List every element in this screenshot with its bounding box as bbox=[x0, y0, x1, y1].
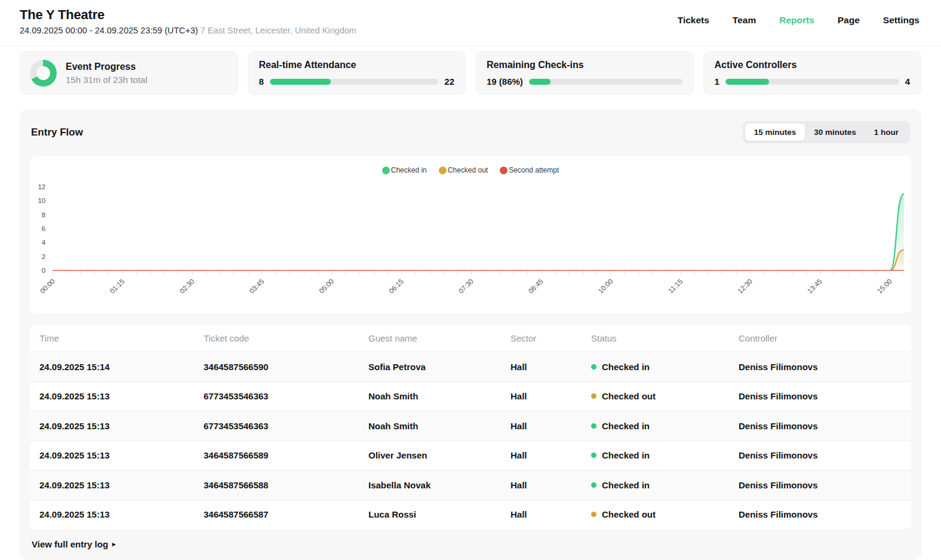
svg-text:06:15: 06:15 bbox=[388, 278, 405, 295]
cell-sector: Hall bbox=[511, 362, 591, 372]
svg-text:13:45: 13:45 bbox=[806, 278, 823, 295]
controllers-progress-bar bbox=[725, 79, 899, 85]
cell-ticket-code: 6773453546363 bbox=[204, 391, 368, 401]
entry-flow-panel: Entry Flow 15 minutes30 minutes1 hour Ch… bbox=[20, 110, 921, 559]
cell-status: Checked out bbox=[591, 391, 739, 401]
chevron-right-icon: ▸ bbox=[112, 540, 116, 548]
cell-sector: Hall bbox=[511, 421, 591, 431]
status-dot-icon bbox=[591, 364, 596, 370]
column-header-time: Time bbox=[39, 333, 204, 343]
page-title: The Y Theatre bbox=[20, 7, 356, 23]
controllers-current: 1 bbox=[715, 76, 719, 87]
interval-tab-group: 15 minutes30 minutes1 hour bbox=[743, 121, 910, 143]
cell-guest-name: Noah Smith bbox=[368, 421, 511, 431]
attendance-card: Real-time Attendance 8 22 bbox=[248, 51, 466, 95]
cell-ticket-code: 3464587566590 bbox=[204, 362, 368, 372]
status-dot-icon bbox=[591, 453, 596, 458]
cell-sector: Hall bbox=[511, 450, 591, 460]
table-row: 24.09.2025 15:13 3464587566589 Oliver Je… bbox=[30, 441, 911, 470]
cell-status: Checked in bbox=[591, 450, 739, 460]
table-row: 24.09.2025 15:13 3464587566587 Luca Ross… bbox=[30, 500, 911, 530]
cell-controller: Deniss Filimonovs bbox=[739, 362, 902, 372]
nav-item-team[interactable]: Team bbox=[733, 15, 756, 26]
table-body: 24.09.2025 15:14 3464587566590 Sofia Pet… bbox=[30, 352, 911, 529]
attendance-progress-bar bbox=[270, 79, 438, 85]
cell-status: Checked in bbox=[591, 480, 739, 490]
legend-dot-icon bbox=[500, 167, 508, 174]
table-row: 24.09.2025 15:13 3464587566588 Isabella … bbox=[30, 470, 911, 500]
event-date-range: 24.09.2025 00:00 - 24.09.2025 23:59 (UTC… bbox=[20, 26, 198, 35]
status-dot-icon bbox=[591, 393, 596, 399]
svg-text:11:15: 11:15 bbox=[667, 278, 684, 294]
column-header-controller: Controller bbox=[739, 333, 902, 343]
svg-text:08:45: 08:45 bbox=[527, 278, 545, 295]
table-row: 24.09.2025 15:14 3464587566590 Sofia Pet… bbox=[30, 352, 911, 381]
legend-item-checked-in[interactable]: Checked in bbox=[382, 166, 427, 174]
status-dot-icon bbox=[591, 482, 596, 488]
svg-text:10:00: 10:00 bbox=[597, 278, 614, 295]
status-dot-icon bbox=[591, 512, 596, 517]
attendance-max: 22 bbox=[444, 76, 454, 87]
remaining-checkins-title: Remaining Check-ins bbox=[487, 60, 682, 70]
cell-controller: Deniss Filimonovs bbox=[739, 391, 902, 401]
controllers-max: 4 bbox=[905, 76, 910, 87]
cell-guest-name: Sofia Petrova bbox=[368, 362, 511, 372]
column-header-guest-name: Guest name bbox=[368, 333, 511, 343]
main-nav: TicketsTeamReportsPageSettings bbox=[678, 15, 920, 26]
cell-sector: Hall bbox=[511, 509, 591, 519]
cell-controller: Deniss Filimonovs bbox=[739, 450, 902, 460]
nav-item-settings[interactable]: Settings bbox=[883, 15, 920, 26]
svg-text:12: 12 bbox=[38, 183, 45, 190]
cell-time: 24.09.2025 15:13 bbox=[39, 509, 204, 519]
active-controllers-title: Active Controllers bbox=[715, 60, 911, 70]
cell-time: 24.09.2025 15:13 bbox=[39, 391, 204, 401]
cell-ticket-code: 6773453546363 bbox=[204, 421, 368, 431]
entry-log-table: Time Ticket code Guest name Sector Statu… bbox=[30, 325, 911, 529]
svg-text:6: 6 bbox=[42, 225, 45, 232]
cell-guest-name: Isabella Novak bbox=[368, 480, 511, 490]
remaining-checkins-value: 19 (86%) bbox=[487, 76, 523, 87]
legend-dot-icon bbox=[382, 167, 390, 174]
event-progress-subtitle: 15h 31m of 23h total bbox=[66, 75, 147, 85]
chart-legend: Checked inChecked outSecond attempt bbox=[30, 164, 911, 176]
cell-time: 24.09.2025 15:13 bbox=[39, 421, 204, 431]
cell-guest-name: Oliver Jensen bbox=[368, 450, 511, 460]
nav-item-tickets[interactable]: Tickets bbox=[678, 15, 709, 26]
entry-flow-chart-container: Checked inChecked outSecond attempt 0246… bbox=[30, 156, 911, 313]
event-progress-title: Event Progress bbox=[66, 61, 147, 72]
entry-flow-title: Entry Flow bbox=[31, 127, 83, 139]
cell-time: 24.09.2025 15:13 bbox=[39, 450, 204, 460]
cell-time: 24.09.2025 15:13 bbox=[39, 480, 204, 490]
legend-item-second-attempt[interactable]: Second attempt bbox=[500, 166, 559, 174]
svg-text:15:00: 15:00 bbox=[876, 278, 893, 295]
remaining-checkins-card: Remaining Check-ins 19 (86%) bbox=[475, 51, 694, 95]
attendance-current: 8 bbox=[259, 76, 264, 87]
remaining-progress-bar bbox=[529, 79, 682, 85]
svg-text:0: 0 bbox=[42, 267, 45, 274]
cell-controller: Deniss Filimonovs bbox=[739, 509, 902, 519]
cell-guest-name: Luca Rossi bbox=[368, 509, 511, 519]
table-row: 24.09.2025 15:13 6773453546363 Noah Smit… bbox=[30, 381, 911, 411]
top-header: The Y Theatre 24.09.2025 00:00 - 24.09.2… bbox=[0, 0, 941, 45]
status-dot-icon bbox=[591, 423, 596, 429]
cell-controller: Deniss Filimonovs bbox=[739, 421, 902, 431]
view-full-entry-log-link[interactable]: View full entry log ▸ bbox=[32, 539, 911, 549]
legend-item-checked-out[interactable]: Checked out bbox=[439, 166, 488, 174]
svg-text:8: 8 bbox=[42, 211, 45, 219]
nav-item-page[interactable]: Page bbox=[838, 15, 860, 26]
tab-15-minutes[interactable]: 15 minutes bbox=[745, 124, 805, 141]
column-header-status: Status bbox=[591, 333, 739, 343]
tab-30-minutes[interactable]: 30 minutes bbox=[805, 124, 865, 141]
cell-controller: Deniss Filimonovs bbox=[739, 480, 902, 490]
nav-item-reports[interactable]: Reports bbox=[779, 15, 814, 26]
event-progress-donut-chart bbox=[30, 60, 57, 87]
cell-sector: Hall bbox=[511, 480, 591, 490]
tab-1-hour[interactable]: 1 hour bbox=[865, 124, 908, 141]
cell-ticket-code: 3464587566588 bbox=[204, 480, 368, 490]
event-progress-card: Event Progress 15h 31m of 23h total bbox=[20, 51, 238, 95]
table-header-row: Time Ticket code Guest name Sector Statu… bbox=[30, 325, 911, 352]
svg-text:02:30: 02:30 bbox=[179, 278, 196, 295]
svg-text:00:00: 00:00 bbox=[39, 278, 56, 295]
active-controllers-card: Active Controllers 1 4 bbox=[703, 51, 922, 95]
column-header-sector: Sector bbox=[511, 333, 591, 343]
